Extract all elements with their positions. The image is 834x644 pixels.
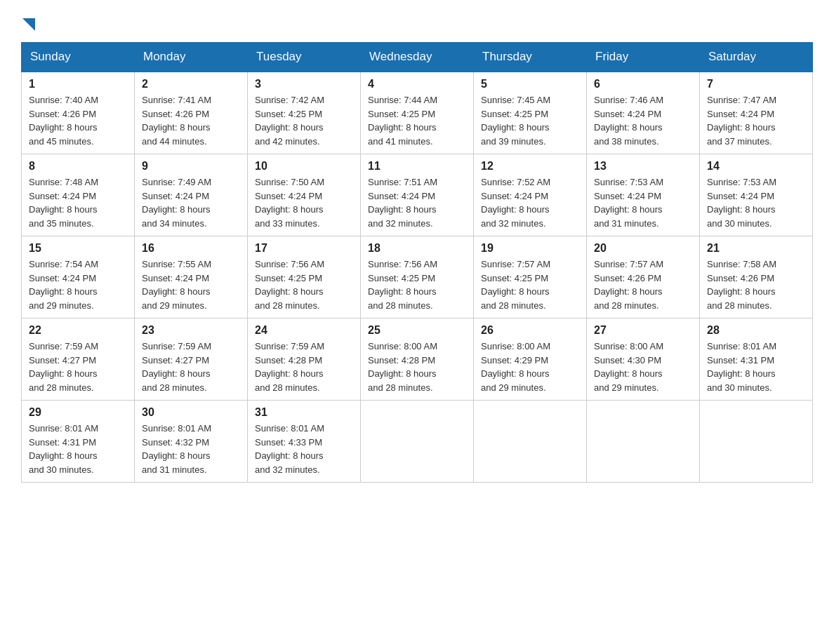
calendar-cell: 29 Sunrise: 8:01 AM Sunset: 4:31 PM Dayl… [22, 401, 135, 483]
calendar-cell: 27 Sunrise: 8:00 AM Sunset: 4:30 PM Dayl… [587, 318, 700, 401]
day-number: 14 [707, 160, 805, 173]
day-info: Sunrise: 7:42 AM Sunset: 4:25 PM Dayligh… [255, 93, 353, 148]
calendar-cell: 17 Sunrise: 7:56 AM Sunset: 4:25 PM Dayl… [248, 236, 361, 318]
calendar-cell: 26 Sunrise: 8:00 AM Sunset: 4:29 PM Dayl… [474, 318, 587, 401]
day-info: Sunrise: 7:53 AM Sunset: 4:24 PM Dayligh… [594, 175, 692, 230]
day-number: 16 [142, 242, 240, 255]
day-info: Sunrise: 7:58 AM Sunset: 4:26 PM Dayligh… [707, 257, 805, 312]
day-info: Sunrise: 7:57 AM Sunset: 4:25 PM Dayligh… [481, 257, 579, 312]
day-number: 23 [142, 324, 240, 337]
calendar-cell [474, 401, 587, 483]
calendar-week-2: 8 Sunrise: 7:48 AM Sunset: 4:24 PM Dayli… [22, 154, 813, 236]
calendar-cell: 14 Sunrise: 7:53 AM Sunset: 4:24 PM Dayl… [700, 154, 813, 236]
calendar-cell: 25 Sunrise: 8:00 AM Sunset: 4:28 PM Dayl… [361, 318, 474, 401]
day-number: 19 [481, 242, 579, 255]
day-info: Sunrise: 7:59 AM Sunset: 4:27 PM Dayligh… [142, 340, 240, 394]
day-info: Sunrise: 7:45 AM Sunset: 4:25 PM Dayligh… [481, 93, 579, 148]
day-info: Sunrise: 7:54 AM Sunset: 4:24 PM Dayligh… [29, 257, 127, 312]
page-header [21, 14, 813, 28]
calendar-cell: 24 Sunrise: 7:59 AM Sunset: 4:28 PM Dayl… [248, 318, 361, 401]
day-number: 31 [255, 406, 353, 419]
day-info: Sunrise: 7:59 AM Sunset: 4:28 PM Dayligh… [255, 340, 353, 394]
calendar-header-row: SundayMondayTuesdayWednesdayThursdayFrid… [22, 43, 813, 72]
calendar-table: SundayMondayTuesdayWednesdayThursdayFrid… [21, 42, 813, 483]
day-number: 22 [29, 324, 127, 337]
day-info: Sunrise: 7:51 AM Sunset: 4:24 PM Dayligh… [368, 175, 466, 230]
calendar-week-3: 15 Sunrise: 7:54 AM Sunset: 4:24 PM Dayl… [22, 236, 813, 318]
calendar-cell: 22 Sunrise: 7:59 AM Sunset: 4:27 PM Dayl… [22, 318, 135, 401]
day-number: 7 [707, 78, 805, 90]
day-info: Sunrise: 8:01 AM Sunset: 4:32 PM Dayligh… [142, 422, 240, 476]
calendar-cell: 21 Sunrise: 7:58 AM Sunset: 4:26 PM Dayl… [700, 236, 813, 318]
calendar-week-1: 1 Sunrise: 7:40 AM Sunset: 4:26 PM Dayli… [22, 72, 813, 154]
calendar-cell: 8 Sunrise: 7:48 AM Sunset: 4:24 PM Dayli… [22, 154, 135, 236]
header-monday: Monday [135, 43, 248, 72]
day-number: 30 [142, 406, 240, 419]
day-number: 15 [29, 242, 127, 255]
calendar-cell: 20 Sunrise: 7:57 AM Sunset: 4:26 PM Dayl… [587, 236, 700, 318]
day-number: 1 [29, 78, 127, 90]
day-number: 18 [368, 242, 466, 255]
day-number: 8 [29, 160, 127, 173]
day-info: Sunrise: 8:01 AM Sunset: 4:31 PM Dayligh… [707, 340, 805, 394]
calendar-cell: 7 Sunrise: 7:47 AM Sunset: 4:24 PM Dayli… [700, 72, 813, 154]
svg-marker-0 [22, 18, 35, 31]
day-info: Sunrise: 8:01 AM Sunset: 4:33 PM Dayligh… [255, 422, 353, 476]
calendar-cell: 2 Sunrise: 7:41 AM Sunset: 4:26 PM Dayli… [135, 72, 248, 154]
day-info: Sunrise: 7:44 AM Sunset: 4:25 PM Dayligh… [368, 93, 466, 148]
day-info: Sunrise: 7:59 AM Sunset: 4:27 PM Dayligh… [29, 340, 127, 394]
calendar-cell: 9 Sunrise: 7:49 AM Sunset: 4:24 PM Dayli… [135, 154, 248, 236]
calendar-cell: 13 Sunrise: 7:53 AM Sunset: 4:24 PM Dayl… [587, 154, 700, 236]
calendar-week-4: 22 Sunrise: 7:59 AM Sunset: 4:27 PM Dayl… [22, 318, 813, 401]
day-info: Sunrise: 7:46 AM Sunset: 4:24 PM Dayligh… [594, 93, 692, 148]
day-number: 5 [481, 78, 579, 90]
day-number: 25 [368, 324, 466, 337]
logo-arrow-icon [22, 18, 35, 31]
day-number: 10 [255, 160, 353, 173]
header-saturday: Saturday [700, 43, 813, 72]
day-number: 9 [142, 160, 240, 173]
calendar-cell: 4 Sunrise: 7:44 AM Sunset: 4:25 PM Dayli… [361, 72, 474, 154]
day-info: Sunrise: 7:40 AM Sunset: 4:26 PM Dayligh… [29, 93, 127, 148]
header-wednesday: Wednesday [361, 43, 474, 72]
day-number: 24 [255, 324, 353, 337]
calendar-cell: 28 Sunrise: 8:01 AM Sunset: 4:31 PM Dayl… [700, 318, 813, 401]
logo [21, 14, 35, 28]
day-number: 28 [707, 324, 805, 337]
day-info: Sunrise: 7:55 AM Sunset: 4:24 PM Dayligh… [142, 257, 240, 312]
calendar-cell [587, 401, 700, 483]
day-info: Sunrise: 7:56 AM Sunset: 4:25 PM Dayligh… [255, 257, 353, 312]
day-info: Sunrise: 7:57 AM Sunset: 4:26 PM Dayligh… [594, 257, 692, 312]
day-number: 12 [481, 160, 579, 173]
day-number: 20 [594, 242, 692, 255]
day-number: 17 [255, 242, 353, 255]
calendar-cell [361, 401, 474, 483]
calendar-cell: 10 Sunrise: 7:50 AM Sunset: 4:24 PM Dayl… [248, 154, 361, 236]
day-number: 2 [142, 78, 240, 90]
day-number: 13 [594, 160, 692, 173]
calendar-cell: 18 Sunrise: 7:56 AM Sunset: 4:25 PM Dayl… [361, 236, 474, 318]
day-number: 27 [594, 324, 692, 337]
calendar-cell: 15 Sunrise: 7:54 AM Sunset: 4:24 PM Dayl… [22, 236, 135, 318]
calendar-cell: 31 Sunrise: 8:01 AM Sunset: 4:33 PM Dayl… [248, 401, 361, 483]
day-number: 11 [368, 160, 466, 173]
calendar-week-5: 29 Sunrise: 8:01 AM Sunset: 4:31 PM Dayl… [22, 401, 813, 483]
calendar-cell: 16 Sunrise: 7:55 AM Sunset: 4:24 PM Dayl… [135, 236, 248, 318]
calendar-cell: 6 Sunrise: 7:46 AM Sunset: 4:24 PM Dayli… [587, 72, 700, 154]
header-tuesday: Tuesday [248, 43, 361, 72]
day-info: Sunrise: 7:53 AM Sunset: 4:24 PM Dayligh… [707, 175, 805, 230]
day-number: 3 [255, 78, 353, 90]
day-number: 21 [707, 242, 805, 255]
day-info: Sunrise: 7:56 AM Sunset: 4:25 PM Dayligh… [368, 257, 466, 312]
calendar-cell: 23 Sunrise: 7:59 AM Sunset: 4:27 PM Dayl… [135, 318, 248, 401]
calendar-cell: 1 Sunrise: 7:40 AM Sunset: 4:26 PM Dayli… [22, 72, 135, 154]
day-info: Sunrise: 8:00 AM Sunset: 4:30 PM Dayligh… [594, 340, 692, 394]
day-number: 29 [29, 406, 127, 419]
calendar-cell: 3 Sunrise: 7:42 AM Sunset: 4:25 PM Dayli… [248, 72, 361, 154]
header-sunday: Sunday [22, 43, 135, 72]
calendar-cell [700, 401, 813, 483]
day-info: Sunrise: 8:01 AM Sunset: 4:31 PM Dayligh… [29, 422, 127, 476]
day-info: Sunrise: 7:47 AM Sunset: 4:24 PM Dayligh… [707, 93, 805, 148]
day-info: Sunrise: 8:00 AM Sunset: 4:29 PM Dayligh… [481, 340, 579, 394]
day-info: Sunrise: 7:48 AM Sunset: 4:24 PM Dayligh… [29, 175, 127, 230]
